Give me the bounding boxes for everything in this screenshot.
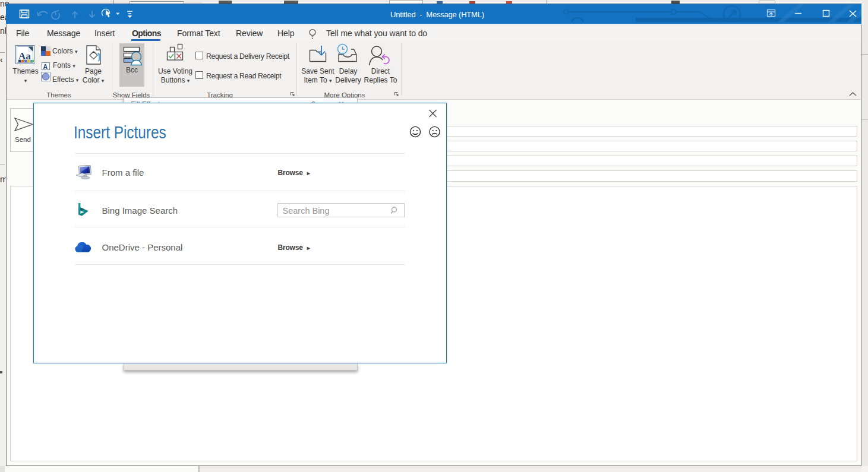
svg-text:A: A bbox=[43, 63, 48, 70]
